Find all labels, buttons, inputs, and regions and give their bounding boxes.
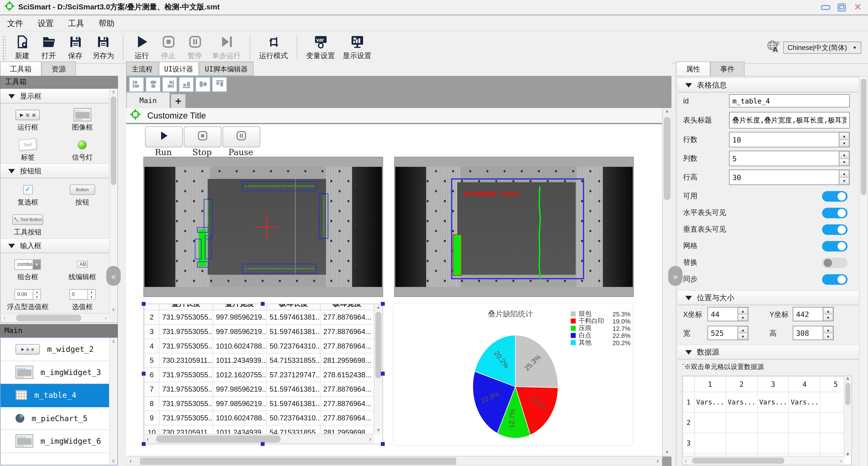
table-row[interactable]: 8731.97553055...997.98596219...51.597461…: [144, 396, 374, 411]
align-button-align-center-h[interactable]: [146, 77, 161, 92]
spin-up-icon[interactable]: ▲: [839, 151, 849, 158]
toolbox-section-按钮组[interactable]: 按钮组: [1, 164, 110, 178]
spin-down-icon[interactable]: ▼: [823, 314, 833, 321]
toolbar-button-stop[interactable]: 停止: [159, 35, 178, 61]
language-selector[interactable]: Chinese|中文(简体) ▼: [783, 41, 862, 54]
table-column-header[interactable]: 叠片长度: [159, 304, 213, 310]
table-row[interactable]: 9731.97553055...1010.6024788...50.723764…: [144, 411, 374, 425]
geometry-spinbox-宽[interactable]: 525▲▼: [707, 326, 748, 340]
image-widget-3[interactable]: [144, 157, 383, 297]
tree-item-m_imgWidget_6[interactable]: ▪▪▪▪m_imgWidget_6: [1, 430, 110, 453]
align-button-align-left[interactable]: [129, 77, 144, 92]
property-input-表头标题[interactable]: [729, 112, 850, 128]
toolbox-item-按钮[interactable]: Button按钮: [55, 178, 110, 208]
menu-item-tools[interactable]: 工具: [68, 18, 84, 29]
spin-up-icon[interactable]: ▲: [839, 133, 849, 140]
spin-up-icon[interactable]: ▲: [823, 326, 833, 333]
toolbar-button-run[interactable]: 运行: [132, 35, 151, 61]
geometry-spinbox-Y坐标[interactable]: 442▲▼: [793, 307, 834, 321]
toolbox-item-复选框[interactable]: ✓复选框: [1, 178, 55, 208]
design-stop-button[interactable]: [184, 126, 221, 147]
spinbox-arrows[interactable]: ▲▼: [823, 326, 833, 340]
spin-up-icon[interactable]: ▲: [839, 170, 849, 177]
tree-item-m_pieChart_5[interactable]: m_pieChart_5: [1, 407, 110, 430]
spin-down-icon[interactable]: ▼: [738, 314, 748, 321]
table-row[interactable]: 2731.97553055...997.98596219...51.597461…: [144, 310, 374, 324]
toolbox-item-标签[interactable]: Text标签: [1, 134, 55, 164]
spinbox-arrows[interactable]: ▲▼: [839, 151, 849, 166]
property-input-id[interactable]: [729, 94, 850, 107]
tree-vertical-scrollbar[interactable]: ∧ ∨: [109, 338, 117, 465]
table-column-header[interactable]: 极耳宽度: [320, 304, 374, 310]
tab-资源[interactable]: 资源: [41, 61, 76, 76]
tab-事件[interactable]: 事件: [710, 61, 745, 76]
table-column-header[interactable]: 极耳长度: [267, 304, 320, 310]
toggle-水平表头可见[interactable]: [822, 207, 847, 218]
toggle-可用[interactable]: [822, 191, 847, 201]
toolbox-item-浮点型选值框[interactable]: 0.00▲▼浮点型选值框: [1, 283, 55, 313]
table-widget-m-table-4[interactable]: 叠片长度叠片宽度极耳长度极耳宽度2731.97553055...997.9859…: [144, 304, 383, 444]
property-spinbox-行高[interactable]: 30▲▼: [729, 170, 850, 185]
datasource-table[interactable]: 123451Vars...Vars...Vars...Vars...234∧∨‹…: [682, 376, 852, 465]
toolbar-button-pause[interactable]: 暂停: [186, 35, 204, 61]
toolbar-button-run-mode[interactable]: 运行模式: [259, 35, 288, 61]
table-row[interactable]: 3731.97553055...997.98596219...51.597461…: [144, 324, 374, 339]
datasource-row[interactable]: 1Vars...Vars...Vars...Vars...: [683, 392, 851, 412]
menu-item-settings[interactable]: 设置: [38, 18, 54, 29]
canvas-horizontal-scrollbar[interactable]: ‹ ›: [126, 456, 662, 466]
align-button-align-middle[interactable]: [195, 77, 211, 92]
toolbox-item-运行框[interactable]: ▶▣◼运行框: [1, 104, 55, 134]
toolbox-item-工具按钮[interactable]: 🔧 Tool Button工具按钮: [1, 208, 55, 238]
spin-down-icon[interactable]: ▼: [839, 140, 849, 147]
datasource-row[interactable]: 3: [683, 433, 851, 453]
align-button-align-top[interactable]: [212, 77, 227, 92]
table-row[interactable]: 4731.97553055...1010.6024788...50.723764…: [144, 339, 374, 353]
tab-属性[interactable]: 属性: [676, 61, 710, 76]
tree-item-m_widget_2[interactable]: ▶▣◼m_widget_2: [1, 338, 110, 361]
table-horizontal-scrollbar[interactable]: ‹ ›: [144, 434, 374, 444]
spinbox-arrows[interactable]: ▲▼: [738, 308, 748, 321]
spin-up-icon[interactable]: ▲: [738, 308, 748, 314]
section-header-表格信息[interactable]: 表格信息: [678, 78, 859, 93]
minimize-button[interactable]: [821, 3, 830, 11]
section-header-数据源[interactable]: 数据源: [678, 345, 859, 359]
tree-item-m_imgWidget_3[interactable]: ▪▪▪▪m_imgWidget_3: [1, 361, 110, 384]
toolbox-item-组合框[interactable]: combo▼组合框: [1, 253, 55, 283]
toolbox-item-信号灯[interactable]: 信号灯: [55, 134, 110, 164]
datasource-horizontal-scrollbar[interactable]: ‹›: [682, 456, 844, 465]
tab-工具箱[interactable]: 工具箱: [0, 61, 41, 76]
table-column-header[interactable]: 叠片宽度: [213, 304, 267, 310]
toolbox-horizontal-scrollbar[interactable]: ‹ ›: [1, 313, 110, 322]
table-row[interactable]: 6731.97553055...1012.1620755...57.237129…: [144, 368, 374, 382]
spin-down-icon[interactable]: ▼: [839, 177, 849, 184]
spin-up-icon[interactable]: ▲: [738, 326, 748, 333]
toggle-网格[interactable]: [822, 241, 847, 251]
tab-UI脚本编辑器[interactable]: UI脚本编辑器: [199, 61, 253, 76]
toggle-替换[interactable]: [822, 257, 847, 268]
tab-UI设计器[interactable]: UI设计器: [159, 61, 199, 76]
add-page-button[interactable]: +: [171, 94, 186, 108]
toolbox-item-选值框[interactable]: 0▲▼选值框: [55, 283, 110, 313]
design-pause-button[interactable]: [223, 126, 260, 147]
table-vertical-scrollbar[interactable]: ▲ ▼: [374, 304, 382, 434]
design-run-button[interactable]: [145, 126, 183, 147]
property-spinbox-列数[interactable]: 5▲▼: [729, 151, 850, 166]
table-row[interactable]: 10730.23105911...1011.2434939...54.71533…: [144, 425, 374, 434]
table-row[interactable]: 7731.97553055...997.98596219...51.597461…: [144, 382, 374, 397]
property-spinbox-行数[interactable]: 10▲▼: [729, 132, 850, 147]
menu-item-file[interactable]: 文件: [7, 18, 23, 29]
spin-down-icon[interactable]: ▼: [839, 158, 849, 166]
tab-主流程[interactable]: 主流程: [126, 61, 158, 76]
spinbox-arrows[interactable]: ▲▼: [839, 170, 849, 184]
section-header-位置与大小[interactable]: 位置与大小: [678, 290, 859, 305]
toolbox-section-输入框[interactable]: 输入框: [1, 238, 110, 253]
collapse-right-panel-button[interactable]: »: [668, 266, 683, 286]
close-button[interactable]: ✕: [853, 3, 862, 11]
toolbar-button-save[interactable]: 保存: [66, 35, 85, 61]
datasource-row[interactable]: 2: [683, 412, 851, 433]
toolbar-button-save-as[interactable]: 另存为: [92, 35, 114, 61]
properties-vertical-scrollbar[interactable]: [859, 76, 868, 466]
spinbox-arrows[interactable]: ▲▼: [839, 133, 849, 147]
tree-item-m_table_4[interactable]: m_table_4: [1, 384, 110, 407]
spinbox-arrows[interactable]: ▲▼: [738, 326, 748, 340]
